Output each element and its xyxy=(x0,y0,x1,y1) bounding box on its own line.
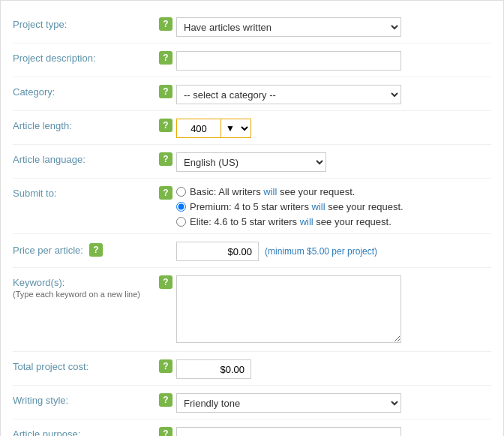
article-purpose-row: Article purpose: ? xyxy=(13,419,491,436)
total-project-cost-label: Total project cost: xyxy=(13,358,155,372)
article-purpose-label: Article purpose: xyxy=(13,425,155,436)
submit-premium-radio[interactable] xyxy=(176,202,186,212)
project-type-help-icon[interactable]: ? xyxy=(159,17,172,31)
price-per-article-label: Price per article: xyxy=(13,245,83,256)
keywords-help-icon[interactable]: ? xyxy=(159,275,172,289)
article-length-label: Article length: xyxy=(13,117,155,131)
submit-to-row: Submit to: ? Basic: All writers will see… xyxy=(13,179,491,234)
price-hint: (minimum $5.00 per project) xyxy=(265,246,377,257)
writing-style-select[interactable]: Friendly tone Formal tone Casual tone Te… xyxy=(176,393,401,413)
writing-style-help-icon[interactable]: ? xyxy=(159,393,172,407)
submit-premium-option: Premium: 4 to 5 star writers will see yo… xyxy=(176,201,491,212)
project-type-row: Project type: ? Have articles written Ha… xyxy=(13,10,491,44)
article-length-row: Article length: ? ▼ xyxy=(13,111,491,145)
article-length-help-icon[interactable]: ? xyxy=(159,119,172,132)
article-length-wrap: ▼ xyxy=(176,119,491,138)
submit-basic-highlight: will xyxy=(263,186,277,197)
article-language-select[interactable]: English (US) Spanish French German xyxy=(176,152,326,172)
keywords-row: Keyword(s): (Type each keyword on a new … xyxy=(13,268,491,352)
submit-to-label: Submit to: xyxy=(13,185,155,199)
submit-elite-option: Elite: 4.6 to 5 star writers will see yo… xyxy=(176,216,491,227)
project-description-input[interactable] xyxy=(176,51,401,71)
writing-style-label: Writing style: xyxy=(13,392,155,406)
article-length-stepper[interactable]: ▼ xyxy=(221,119,251,138)
writing-style-input-col: Friendly tone Formal tone Casual tone Te… xyxy=(176,392,491,413)
price-label-row: Price per article: ? xyxy=(13,243,155,257)
submit-elite-label: Elite: 4.6 to 5 star writers will see yo… xyxy=(190,216,392,227)
total-project-cost-row: Total project cost: ? xyxy=(13,352,491,386)
price-per-article-input-col: (minimum $5.00 per project) xyxy=(176,240,491,261)
article-purpose-input-col xyxy=(176,425,491,436)
category-label: Category: xyxy=(13,83,155,98)
project-type-label: Project type: xyxy=(13,16,155,30)
article-language-row: Article language: ? English (US) Spanish… xyxy=(13,145,491,179)
submit-to-radio-group: Basic: All writers will see your request… xyxy=(176,186,491,227)
submit-premium-label: Premium: 4 to 5 star writers will see yo… xyxy=(190,201,404,212)
keywords-textarea[interactable] xyxy=(176,275,401,343)
project-description-input-col xyxy=(176,50,491,71)
article-length-input[interactable] xyxy=(176,119,221,138)
submit-basic-radio[interactable] xyxy=(176,187,186,197)
article-purpose-help-icon[interactable]: ? xyxy=(159,427,172,436)
keywords-sub-label: (Type each keyword on a new line) xyxy=(13,290,155,299)
category-help-icon[interactable]: ? xyxy=(159,85,172,98)
price-per-article-help-icon[interactable]: ? xyxy=(89,243,103,257)
submit-basic-option: Basic: All writers will see your request… xyxy=(176,186,491,197)
keywords-label: Keyword(s): xyxy=(13,277,155,288)
project-type-select[interactable]: Have articles written Have articles rewr… xyxy=(176,17,401,37)
total-project-cost-input-col xyxy=(176,358,491,379)
article-purpose-input[interactable] xyxy=(176,427,401,436)
article-language-label: Article language: xyxy=(13,151,155,165)
submit-to-input-col: Basic: All writers will see your request… xyxy=(176,185,491,227)
writing-style-row: Writing style: ? Friendly tone Formal to… xyxy=(13,386,491,419)
price-per-article-input[interactable] xyxy=(176,242,259,261)
article-language-help-icon[interactable]: ? xyxy=(159,152,172,166)
price-per-article-label-col: Price per article: ? xyxy=(13,240,155,257)
submit-elite-radio[interactable] xyxy=(176,217,186,227)
submit-to-help-icon[interactable]: ? xyxy=(159,186,172,200)
category-row: Category: ? -- select a category -- xyxy=(13,77,491,111)
keywords-input-col xyxy=(176,274,491,345)
project-description-row: Project description: ? xyxy=(13,44,491,77)
category-input-col: -- select a category -- xyxy=(176,83,491,104)
category-select[interactable]: -- select a category -- xyxy=(176,85,401,104)
form-container: Project type: ? Have articles written Ha… xyxy=(0,0,504,436)
project-description-help-icon[interactable]: ? xyxy=(159,51,172,65)
keywords-label-col: Keyword(s): (Type each keyword on a new … xyxy=(13,274,155,299)
article-length-input-col: ▼ xyxy=(176,117,491,138)
price-per-article-row: Price per article: ? (minimum $5.00 per … xyxy=(13,234,491,268)
submit-premium-highlight: will xyxy=(312,201,326,212)
total-project-cost-help-icon[interactable]: ? xyxy=(159,359,172,373)
total-project-cost-input[interactable] xyxy=(176,359,251,379)
price-wrap: (minimum $5.00 per project) xyxy=(176,242,491,261)
article-language-input-col: English (US) Spanish French German xyxy=(176,151,491,172)
submit-elite-highlight: will xyxy=(300,216,314,227)
project-type-input-col: Have articles written Have articles rewr… xyxy=(176,16,491,37)
project-description-label: Project description: xyxy=(13,50,155,64)
submit-basic-label: Basic: All writers will see your request… xyxy=(190,186,355,197)
